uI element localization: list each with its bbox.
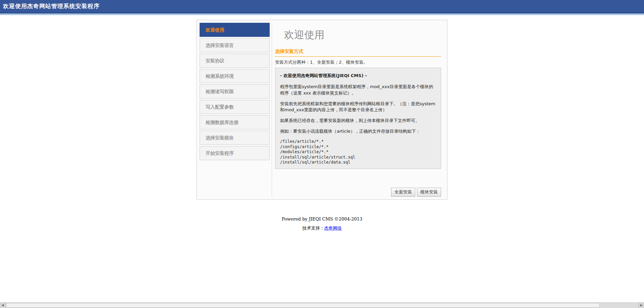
file-path: /configs/article/*.* bbox=[280, 144, 436, 150]
tech-support-label: 技术支持： bbox=[303, 226, 324, 231]
step-check-permissions: 检测读写权限 bbox=[200, 84, 270, 99]
header-accent-strip bbox=[0, 13, 644, 15]
horizontal-scrollbar[interactable]: ◀ ▶ bbox=[0, 302, 644, 308]
file-path: /modules/article/*.* bbox=[280, 149, 436, 155]
step-start-install: 开始安装程序 bbox=[200, 146, 270, 160]
info-paragraph: 程序包里面system目录里面是系统框架程序，mod_xxx目录里面是各个模块的… bbox=[280, 84, 436, 97]
new-install-button[interactable]: 全新安装 bbox=[391, 188, 415, 197]
tech-support-line: 技术支持：杰奇网络 bbox=[0, 225, 644, 231]
step-check-database: 检测数据库连接 bbox=[200, 115, 270, 129]
step-choose-language: 选择安装语言 bbox=[200, 38, 270, 52]
powered-by-text: Powered by JIEQI CMS ©2004-2013 bbox=[0, 217, 644, 222]
step-license-agreement: 安装协议 bbox=[200, 54, 270, 68]
step-write-config: 写入配置参数 bbox=[200, 100, 270, 114]
info-paragraph: 例如：要安装小说连载模块（article），正确的文件存放目录结构如下： bbox=[280, 128, 436, 135]
info-paragraph: 如果系统已经存在，需要安装新的模块，则上传本模块目录下文件即可。 bbox=[280, 118, 436, 124]
installer-wizard-panel: 欢迎使用 选择安装语言 安装协议 检测系统环境 检测读写权限 写入配置参数 检测… bbox=[197, 20, 447, 200]
info-box-title: - 欢迎使用杰奇网站管理系统(JIEQI CMS) - bbox=[280, 73, 436, 79]
page-footer: Powered by JIEQI CMS ©2004-2013 技术支持：杰奇网… bbox=[0, 217, 644, 231]
page-title: 欢迎使用 bbox=[284, 28, 441, 42]
wizard-content-area: 欢迎使用 选择安装方式 安装方式分两种：1、全新安装；2、模块安装。 - 欢迎使… bbox=[272, 23, 444, 197]
install-method-intro: 安装方式分两种：1、全新安装；2、模块安装。 bbox=[275, 59, 441, 65]
file-path: /files/article/*.* bbox=[280, 139, 436, 144]
app-header: 欢迎使用杰奇网站管理系统安装程序 bbox=[0, 0, 644, 13]
scrollbar-thumb[interactable] bbox=[6, 303, 600, 308]
install-actions-row: 全新安装 模块安装 bbox=[275, 188, 441, 197]
scroll-right-arrow-icon[interactable]: ▶ bbox=[638, 303, 644, 308]
jieqi-network-link[interactable]: 杰奇网络 bbox=[324, 226, 342, 231]
wizard-steps-sidebar: 欢迎使用 选择安装语言 安装协议 检测系统环境 检测读写权限 写入配置参数 检测… bbox=[200, 23, 272, 197]
scroll-left-arrow-icon[interactable]: ◀ bbox=[0, 303, 6, 308]
info-paragraph: 安装前先把系统框架和您需要的模块程序传到网站根目录下。（注：是把system和m… bbox=[280, 101, 436, 114]
module-install-button[interactable]: 模块安装 bbox=[417, 188, 441, 197]
file-path: /install/sql/article/struct.sql bbox=[280, 155, 436, 160]
welcome-info-box: - 欢迎使用杰奇网站管理系统(JIEQI CMS) - 程序包里面system目… bbox=[275, 68, 441, 169]
app-title: 欢迎使用杰奇网站管理系统安装程序 bbox=[3, 3, 100, 9]
step-welcome: 欢迎使用 bbox=[200, 23, 270, 37]
step-check-environment: 检测系统环境 bbox=[200, 69, 270, 83]
step-choose-modules: 选择安装模块 bbox=[200, 131, 270, 145]
section-title-install-method: 选择安装方式 bbox=[275, 49, 441, 57]
file-path: /install/sql/article/data.sql bbox=[280, 160, 436, 165]
file-structure-list: /files/article/*.* /configs/article/*.* … bbox=[280, 139, 436, 165]
